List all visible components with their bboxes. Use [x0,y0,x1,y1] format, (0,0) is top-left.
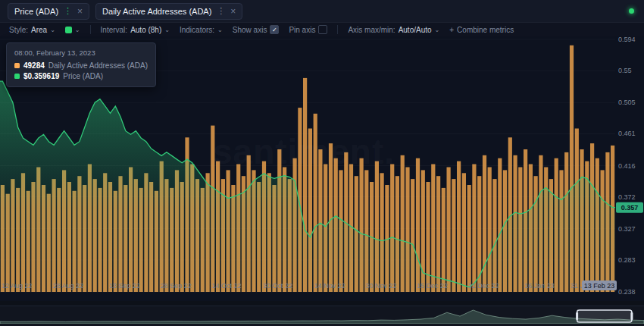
svg-text:12 Aug 22: 12 Aug 22 [2,282,33,290]
chevron-down-icon: ⌄ [164,27,170,33]
axis-maxmin-label: Axis max/min: [348,26,395,34]
style-value: Area [31,26,47,34]
chevron-down-icon: ⌄ [435,27,440,33]
chevron-down-icon: ⌄ [50,27,55,33]
interval-value: Auto (8h) [130,26,161,34]
menu-dots-icon[interactable]: ⋮ [217,7,225,15]
daa-series-swatch [14,63,20,68]
tooltip-row-price: $0.359619 Price (ADA) [14,72,148,80]
tooltip-daa-value: 49284 [23,61,45,70]
svg-text:13 Sep 22: 13 Sep 22 [109,282,140,290]
pin-axis-toggle[interactable]: Pin axis [289,25,327,34]
tooltip-price-value: $0.359619 [23,72,59,80]
navigator-selection [577,310,632,322]
tab-daa-label: Daily Active Addresses (ADA) [102,7,211,16]
svg-text:30 Oct 22: 30 Oct 22 [263,282,292,290]
svg-text:15 Dec 22: 15 Dec 22 [417,282,448,290]
chevron-down-icon: ⌄ [217,27,223,33]
svg-text:0.283: 0.283 [618,256,636,264]
navigator-minichart[interactable] [0,309,644,324]
svg-text:31 Dec 22: 31 Dec 22 [468,282,499,290]
svg-text:0.357: 0.357 [621,204,639,212]
tooltip-daa-label: Daily Active Addresses (ADA) [48,61,148,70]
svg-text:16 Jan 23: 16 Jan 23 [524,282,555,290]
svg-text:0.238: 0.238 [618,288,636,296]
indicators-label: Indicators: [180,26,214,34]
close-icon[interactable]: × [77,7,83,16]
svg-text:0.505: 0.505 [618,99,636,106]
svg-text:14 Oct 22: 14 Oct 22 [211,282,241,290]
svg-text:30 Nov 22: 30 Nov 22 [365,282,396,290]
pin-axis-label: Pin axis [289,26,315,34]
tooltip-price-label: Price (ADA) [63,72,103,80]
plus-icon: + [449,26,454,34]
svg-text:0.55: 0.55 [618,67,632,74]
tooltip-row-daa: 49284 Daily Active Addresses (ADA) [14,61,148,70]
svg-text:0.461: 0.461 [618,130,636,137]
color-swatch[interactable] [65,27,72,33]
crypto-chart-app: { "window": {"status": "connected"}, "ic… [0,0,644,326]
timeline-navigator[interactable] [0,306,644,326]
interval-label: Interval: [101,26,128,34]
tooltip-timestamp: 08:00, February 13, 2023 [14,49,148,57]
tab-price-label: Price (ADA) [14,7,58,16]
svg-text:13 Feb 23: 13 Feb 23 [584,282,615,290]
close-icon[interactable]: × [230,7,236,16]
chart-tooltip: 08:00, February 13, 2023 49284 Daily Act… [6,42,156,87]
indicators-dropdown[interactable]: Indicators: ⌄ [180,26,223,34]
interval-dropdown[interactable]: Interval: Auto (8h) ⌄ [101,26,170,34]
svg-text:28 Sep 22: 28 Sep 22 [161,282,192,290]
combine-metrics-label: Combine metrics [457,26,514,34]
menu-dots-icon[interactable]: ⋮ [64,7,72,15]
chart-area: 0.5940.550.5050.4610.4160.3720.3270.2830… [0,36,644,301]
connection-status-dot [629,8,634,14]
svg-text:28 Aug 22: 28 Aug 22 [53,282,84,290]
svg-text:14 Nov 22: 14 Nov 22 [314,282,345,290]
combine-metrics-button[interactable]: + Combine metrics [449,26,514,34]
show-axis-label: Show axis [233,26,267,34]
tab-daily-active-addresses[interactable]: Daily Active Addresses (ADA) ⋮ × [95,3,242,20]
svg-text:0.594: 0.594 [618,36,636,43]
pin-axis-checkbox[interactable] [318,25,327,34]
show-axis-toggle[interactable]: Show axis ✓ [233,25,280,34]
svg-text:0.372: 0.372 [618,193,636,201]
color-swatch-dropdown[interactable]: ⌄ [65,27,80,33]
chevron-down-icon: ⌄ [75,27,80,33]
svg-text:0.416: 0.416 [618,162,636,170]
show-axis-checkbox[interactable]: ✓ [270,25,279,34]
toolbar-divider [337,25,338,34]
toolbar-divider [90,25,91,34]
chart-toolbar: Style: Area ⌄ ⌄ Interval: Auto (8h) ⌄ In… [0,23,644,36]
metric-tab-bar: Price (ADA) ⋮ × Daily Active Addresses (… [0,0,644,23]
style-label: Style: [9,26,28,34]
price-series-swatch [14,74,20,79]
tab-price-ada[interactable]: Price (ADA) ⋮ × [8,3,89,20]
axis-maxmin-value: Auto/Auto [399,26,432,34]
axis-maxmin-dropdown[interactable]: Axis max/min: Auto/Auto ⌄ [348,26,439,34]
style-dropdown[interactable]: Style: Area ⌄ [9,26,55,34]
svg-text:0.327: 0.327 [618,225,636,233]
